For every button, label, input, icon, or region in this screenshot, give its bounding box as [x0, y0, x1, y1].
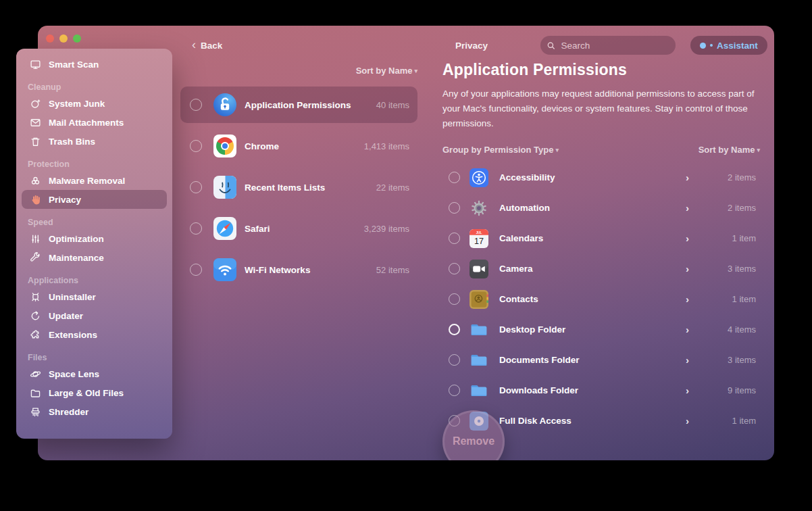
chevron-right-icon[interactable]: › — [686, 354, 689, 366]
calendar-icon: JUL17 — [470, 229, 488, 248]
permission-row-automation[interactable]: Automation›2 items — [442, 193, 760, 223]
group-by-label: Group by Permission Type — [442, 145, 553, 155]
permission-row-contacts[interactable]: Contacts›1 item — [442, 284, 760, 314]
sidebar-item-malware-removal[interactable]: Malware Removal — [22, 171, 167, 190]
radio-button[interactable] — [190, 140, 202, 152]
chevron-left-icon: ‹ — [192, 39, 196, 51]
sidebar-item-label: Privacy — [49, 195, 81, 205]
sidebar-item-trash-bins[interactable]: Trash Bins — [22, 132, 167, 151]
sidebar-item-label: Uninstaller — [49, 292, 96, 302]
group-by-control[interactable]: Group by Permission Type▾ — [442, 145, 559, 155]
sidebar-section-speed: Speed — [16, 212, 172, 229]
list-item-label: Chrome — [245, 141, 279, 151]
sidebar-item-label: Malware Removal — [49, 176, 125, 186]
scan-list-item-recent-items-lists[interactable]: Recent Items Lists22 items — [180, 169, 417, 205]
sparkle-icon — [30, 98, 41, 110]
zoom-window-button[interactable] — [73, 34, 81, 43]
sidebar-item-extensions[interactable]: Extensions — [22, 325, 167, 344]
radio-button[interactable] — [449, 233, 460, 244]
detail-sort-control[interactable]: Sort by Name▾ — [699, 145, 760, 155]
radio-button[interactable] — [190, 222, 202, 235]
accessibility-icon — [470, 168, 488, 187]
permission-row-desktop-folder[interactable]: Desktop Folder›4 items — [442, 314, 760, 345]
assistant-dot-icon — [700, 43, 706, 49]
contacts-icon — [470, 290, 488, 309]
assistant-button[interactable]: Assistant — [690, 36, 767, 55]
radio-button[interactable] — [449, 293, 460, 305]
list-item-count: 1,413 items — [364, 141, 409, 151]
radio-button[interactable] — [449, 385, 460, 396]
page-description: Any of your applications may request add… — [442, 87, 765, 131]
wifi-icon — [213, 258, 236, 281]
chevron-right-icon[interactable]: › — [686, 263, 689, 274]
svg-text:17: 17 — [474, 236, 484, 245]
sidebar-item-label: Smart Scan — [49, 59, 99, 70]
search-field[interactable] — [540, 36, 676, 55]
radio-button[interactable] — [449, 324, 460, 335]
close-window-button[interactable] — [46, 34, 54, 43]
caret-down-icon: ▾ — [555, 147, 559, 153]
radio-button[interactable] — [449, 172, 460, 183]
sidebar-item-label: Large & Old Files — [49, 388, 124, 398]
sort-label: Sort by Name — [699, 145, 755, 155]
permission-count: 3 items — [728, 264, 756, 274]
sidebar-item-uninstaller[interactable]: Uninstaller — [22, 287, 167, 306]
chevron-right-icon[interactable]: › — [686, 202, 689, 214]
scan-list-item-safari[interactable]: Safari3,239 items — [180, 210, 417, 247]
sidebar-item-large-old-files[interactable]: Large & Old Files — [22, 383, 167, 402]
list-item-count: 22 items — [376, 182, 409, 193]
radio-button[interactable] — [190, 264, 202, 276]
chevron-right-icon[interactable]: › — [686, 172, 689, 183]
permission-row-camera[interactable]: Camera›3 items — [442, 253, 760, 284]
radio-button[interactable] — [190, 181, 202, 193]
scan-list-item-wi-fi-networks[interactable]: Wi-Fi Networks52 items — [180, 251, 417, 288]
bug-app-icon — [30, 291, 41, 303]
scan-list-item-chrome[interactable]: Chrome1,413 items — [180, 128, 417, 164]
monitor-icon — [30, 59, 41, 70]
sidebar-item-maintenance[interactable]: Maintenance — [22, 248, 167, 267]
permission-row-downloads-folder[interactable]: Downloads Folder›9 items — [442, 375, 760, 406]
scan-list-item-application-permissions[interactable]: Application Permissions40 items — [180, 87, 417, 123]
chevron-right-icon[interactable]: › — [686, 415, 689, 427]
sidebar-item-optimization[interactable]: Optimization — [22, 229, 167, 248]
search-icon — [547, 41, 555, 50]
sidebar-item-privacy[interactable]: Privacy — [22, 190, 167, 209]
sidebar-item-shredder[interactable]: Shredder — [22, 402, 167, 421]
radio-button[interactable] — [190, 99, 202, 111]
module-title: Privacy — [439, 41, 504, 51]
sidebar-item-label: Shredder — [49, 407, 88, 417]
radio-button[interactable] — [449, 202, 460, 214]
sidebar-item-mail-attachments[interactable]: Mail Attachments — [22, 113, 167, 132]
permission-count: 4 items — [728, 324, 756, 335]
puzzle-icon — [30, 329, 41, 341]
chevron-right-icon[interactable]: › — [686, 385, 689, 396]
shredder-icon — [30, 406, 41, 418]
sidebar-item-smart-scan[interactable]: Smart Scan — [22, 55, 167, 74]
sidebar-item-space-lens[interactable]: Space Lens — [22, 364, 167, 383]
permission-count: 3 items — [728, 355, 756, 365]
minimize-window-button[interactable] — [59, 34, 68, 43]
camera-icon — [470, 260, 488, 278]
permission-row-documents-folder[interactable]: Documents Folder›3 items — [442, 345, 760, 375]
sidebar-item-system-junk[interactable]: System Junk — [22, 94, 167, 113]
list-item-label: Wi-Fi Networks — [245, 265, 310, 275]
permissions-list: Accessibility›2 itemsAutomation›2 itemsJ… — [442, 162, 760, 436]
radio-button[interactable] — [449, 263, 460, 274]
list-item-count: 40 items — [376, 100, 409, 110]
search-input[interactable] — [559, 40, 669, 51]
permission-label: Accessibility — [499, 172, 555, 182]
permission-row-calendars[interactable]: JUL17Calendars›1 item — [442, 223, 760, 253]
permission-row-accessibility[interactable]: Accessibility›2 items — [442, 162, 760, 193]
back-button[interactable]: ‹ Back — [192, 40, 222, 51]
chrome-icon — [213, 135, 236, 157]
list-item-label: Safari — [245, 224, 270, 234]
sort-label: Sort by Name — [356, 66, 413, 76]
chevron-right-icon[interactable]: › — [686, 293, 689, 305]
chevron-right-icon[interactable]: › — [686, 233, 689, 244]
permission-label: Calendars — [499, 233, 543, 243]
middle-sort-control[interactable]: Sort by Name▾ — [180, 66, 417, 76]
app-permissions-icon — [213, 93, 236, 116]
chevron-right-icon[interactable]: › — [686, 324, 689, 335]
sidebar-item-updater[interactable]: Updater — [22, 306, 167, 325]
radio-button[interactable] — [449, 354, 460, 366]
